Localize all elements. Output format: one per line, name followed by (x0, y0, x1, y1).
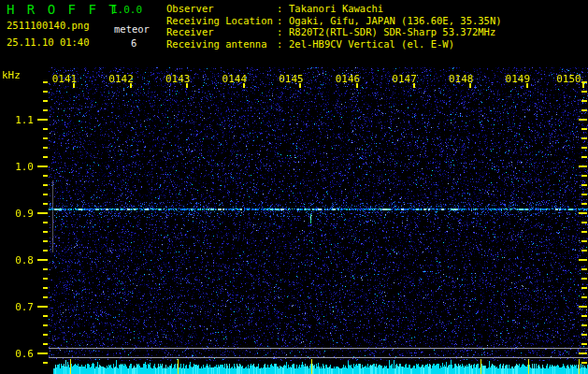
time-axis-label: 0144 (222, 73, 248, 85)
header-info-row: Receiving Location:Ogaki, Gifu, JAPAN (1… (166, 15, 502, 27)
header: H R O F F T 1.0.0 2511100140.png meteor … (0, 0, 588, 56)
hrofft-screen: H R O F F T 1.0.0 2511100140.png meteor … (0, 0, 588, 374)
time-axis-label: 0141 (52, 73, 78, 85)
header-info-row: Receiver:R820T2(RTL-SDR) SDR-Sharp 53.37… (166, 26, 502, 38)
info-colon: : (277, 3, 284, 15)
freq-axis-label: 0.6 (2, 348, 34, 360)
time-axis-label: 0147 (392, 73, 417, 85)
freq-axis-label: 0.7 (2, 301, 34, 313)
echo-count: 6 (131, 37, 136, 49)
mode-label: meteor (114, 23, 150, 35)
header-info-list: Observer:Takanori KawachiReceiving Locat… (166, 3, 502, 50)
output-filename: 2511100140.png (7, 20, 90, 31)
time-axis-label: 0150 (556, 73, 581, 85)
time-axis-label: 0143 (165, 73, 191, 85)
info-colon: : (277, 15, 284, 27)
time-axis-label: 0145 (279, 73, 304, 85)
plot-overlay: kHz 014101420143014401450146014701480149… (0, 0, 588, 374)
freq-axis-unit: kHz (2, 69, 21, 81)
freq-axis-label: 1.0 (2, 161, 34, 173)
header-info-row: Receiving antenna:2el-HB9CV Vertical (el… (166, 38, 502, 50)
info-label: Observer (166, 3, 277, 15)
app-version: 1.0.0 (111, 4, 142, 16)
info-label: Receiver (166, 26, 277, 38)
info-value: Takanori Kawachi (289, 3, 383, 15)
info-value: Ogaki, Gifu, JAPAN (136.60E, 35.35N) (289, 15, 502, 27)
observation-datetime: 25.11.10 01:40 (7, 36, 90, 48)
info-label: Receiving Location (166, 15, 277, 27)
time-axis-label: 0149 (506, 73, 531, 85)
app-title: H R O F F T (7, 2, 119, 17)
freq-axis-label: 0.9 (2, 208, 34, 220)
header-info-row: Observer:Takanori Kawachi (166, 3, 502, 15)
freq-axis-label: 0.8 (2, 254, 34, 266)
info-colon: : (277, 38, 284, 50)
time-axis-label: 0148 (449, 73, 474, 85)
time-axis-label: 0146 (336, 73, 361, 85)
info-value: R820T2(RTL-SDR) SDR-Sharp 53.372MHz (289, 26, 495, 38)
info-colon: : (277, 26, 284, 38)
time-axis-label: 0142 (108, 73, 134, 85)
info-label: Receiving antenna (166, 38, 277, 50)
freq-axis-label: 1.1 (2, 114, 34, 126)
info-value: 2el-HB9CV Vertical (el. E-W) (289, 38, 454, 50)
